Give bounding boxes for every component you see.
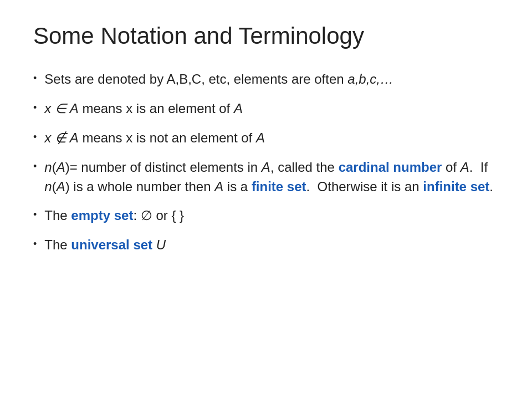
term-infinite-set: infinite set bbox=[423, 179, 489, 194]
bullet-marker: • bbox=[33, 71, 37, 85]
bullet-marker: • bbox=[33, 207, 37, 222]
bullet-content: n(A)= number of distinct elements in A, … bbox=[44, 158, 499, 197]
term-universal-set: universal set bbox=[71, 237, 152, 252]
list-item: • The universal set U bbox=[33, 236, 499, 255]
bullet-marker: • bbox=[33, 237, 37, 251]
page-title: Some Notation and Terminology bbox=[33, 22, 499, 50]
list-item: • x ∉ A means x is not an element of A bbox=[33, 129, 499, 148]
bullet-content: x ∈ A means x is an element of A bbox=[44, 99, 499, 119]
list-item: • The empty set: ∅ or { } bbox=[33, 206, 499, 226]
list-item: • x ∈ A means x is an element of A bbox=[33, 99, 499, 119]
bullet-list: • Sets are denoted by A,B,C, etc, elemen… bbox=[33, 70, 499, 265]
bullet-marker: • bbox=[33, 159, 37, 173]
list-item: • n(A)= number of distinct elements in A… bbox=[33, 158, 499, 197]
bullet-marker: • bbox=[33, 100, 37, 115]
term-empty-set: empty set bbox=[71, 208, 133, 223]
bullet-content: x ∉ A means x is not an element of A bbox=[44, 129, 499, 148]
list-item: • Sets are denoted by A,B,C, etc, elemen… bbox=[33, 70, 499, 89]
term-finite-set: finite set bbox=[252, 179, 306, 194]
bullet-marker: • bbox=[33, 130, 37, 144]
bullet-content: The empty set: ∅ or { } bbox=[44, 206, 499, 226]
term-cardinal-number: cardinal number bbox=[339, 160, 442, 175]
bullet-content: The universal set U bbox=[44, 236, 499, 255]
bullet-content: Sets are denoted by A,B,C, etc, elements… bbox=[44, 70, 499, 89]
